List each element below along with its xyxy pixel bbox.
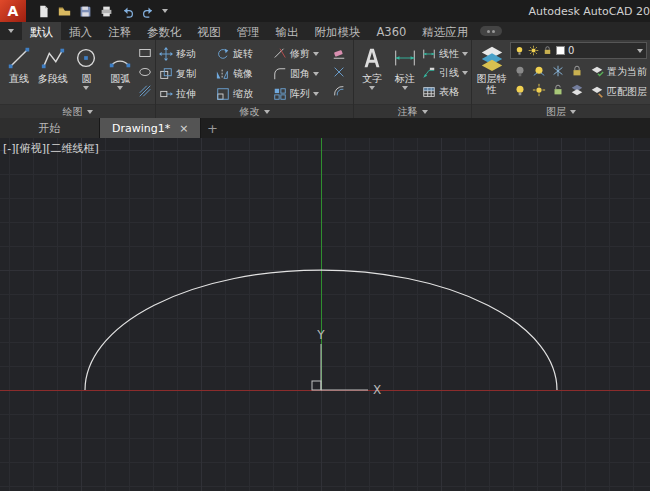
layer-off-button[interactable]: [510, 61, 529, 80]
leader-flyout-caret[interactable]: [462, 71, 468, 75]
layer-fade-button[interactable]: [567, 80, 586, 99]
layer-dropdown-caret[interactable]: [637, 49, 643, 53]
save-icon[interactable]: [78, 4, 93, 19]
panel-title-draw[interactable]: 绘图: [0, 104, 155, 118]
circle-flyout-caret[interactable]: [83, 86, 89, 90]
erase-button[interactable]: [332, 45, 346, 61]
model-space: Y X: [0, 138, 650, 491]
open-folder-icon[interactable]: [57, 4, 72, 19]
dimension-icon: [392, 45, 418, 71]
panel-modify: 移动 旋转 修剪 复制 镜像: [156, 40, 354, 118]
tab-featured-apps[interactable]: 精选应用: [414, 22, 476, 40]
linear-dim-button[interactable]: 线性: [422, 44, 468, 63]
leader-button[interactable]: 引线: [422, 63, 468, 82]
layer-on-button[interactable]: [510, 80, 529, 99]
tab-parametric[interactable]: 参数化: [139, 22, 190, 40]
layer-freeze-button[interactable]: [548, 61, 567, 80]
layer-unlock-button[interactable]: [548, 80, 567, 99]
close-tab-icon[interactable]: ×: [179, 123, 188, 134]
mirror-button[interactable]: 镜像: [216, 64, 273, 83]
copy-button[interactable]: 复制: [159, 64, 216, 83]
layer-color-swatch: [556, 46, 565, 55]
line-button[interactable]: 直线: [3, 42, 35, 104]
bulb-icon: [514, 45, 525, 56]
array-button[interactable]: 阵列: [273, 84, 330, 103]
tab-a360[interactable]: A360: [369, 22, 415, 40]
explode-button[interactable]: [332, 64, 346, 80]
layer-isolate-button[interactable]: [529, 61, 548, 80]
new-file-icon[interactable]: [36, 4, 51, 19]
stretch-button[interactable]: 拉伸: [159, 84, 216, 103]
lock-icon: [542, 45, 553, 56]
autocad-logo[interactable]: A: [0, 0, 26, 22]
offset-button[interactable]: [332, 83, 346, 99]
linear-flyout-caret[interactable]: [462, 52, 468, 56]
table-button[interactable]: 表格: [422, 82, 468, 101]
tab-insert[interactable]: 插入: [61, 22, 100, 40]
rotate-button[interactable]: 旋转: [216, 44, 273, 63]
app-menu-icon[interactable]: [0, 22, 22, 40]
dimension-flyout-caret[interactable]: [402, 86, 408, 90]
ribbon-tab-bar: 默认 插入 注释 参数化 视图 管理 输出 附加模块 A360 精选应用: [0, 22, 650, 40]
text-icon: [359, 45, 385, 71]
circle-button[interactable]: 圆: [71, 42, 103, 104]
infocenter-icon[interactable]: [480, 22, 502, 40]
scale-button[interactable]: 缩放: [216, 84, 273, 103]
current-layer-name: 0: [568, 45, 574, 56]
line-icon: [6, 45, 32, 71]
layer-lock-button[interactable]: [567, 61, 586, 80]
quick-access-toolbar: [36, 4, 168, 19]
arc-flyout-caret[interactable]: [117, 86, 123, 90]
tab-view[interactable]: 视图: [190, 22, 229, 40]
move-button[interactable]: 移动: [159, 44, 216, 63]
array-flyout-caret[interactable]: [313, 92, 319, 96]
sun-icon: [528, 45, 539, 56]
plot-icon[interactable]: [99, 4, 114, 19]
file-tab-drawing1[interactable]: Drawing1* ×: [100, 118, 201, 138]
layer-thaw-button[interactable]: [529, 80, 548, 99]
text-button[interactable]: 文字: [357, 42, 388, 104]
undo-icon[interactable]: [120, 4, 135, 19]
tab-home[interactable]: 默认: [22, 22, 61, 40]
ellipse-button[interactable]: [138, 64, 152, 80]
viewport-controls[interactable]: [-][俯视][二维线框]: [3, 141, 99, 156]
ucs-y-label: Y: [316, 328, 325, 342]
panel-title-annotation[interactable]: 注释: [354, 104, 471, 118]
hatch-button[interactable]: [138, 83, 152, 99]
tab-output[interactable]: 输出: [268, 22, 307, 40]
text-flyout-caret[interactable]: [369, 86, 375, 90]
rectangle-button[interactable]: [138, 45, 152, 61]
arc-icon: [107, 45, 133, 71]
layer-select-dropdown[interactable]: 0: [510, 42, 647, 59]
ribbon: 直线 多段线 圆 圆弧: [0, 40, 650, 118]
dimension-button[interactable]: 标注: [390, 42, 421, 104]
fillet-button[interactable]: 圆角: [273, 64, 330, 83]
match-layer-button[interactable]: 匹配图层: [590, 82, 647, 101]
panel-layers: 图层特性 0: [472, 40, 650, 118]
layer-properties-icon: [479, 45, 505, 71]
workspace-caret-icon[interactable]: [162, 9, 168, 13]
ucs-x-label: X: [373, 383, 381, 397]
new-tab-button[interactable]: +: [201, 118, 223, 138]
polyline-icon: [40, 45, 66, 71]
layer-properties-button[interactable]: 图层特性: [475, 42, 508, 104]
trim-flyout-caret[interactable]: [313, 52, 319, 56]
set-current-button[interactable]: 置为当前: [590, 62, 647, 81]
tab-addins[interactable]: 附加模块: [307, 22, 369, 40]
panel-draw: 直线 多段线 圆 圆弧: [0, 40, 156, 118]
tab-manage[interactable]: 管理: [229, 22, 268, 40]
drawing-area[interactable]: [-][俯视][二维线框] Y X: [0, 138, 650, 491]
redo-icon[interactable]: [141, 4, 156, 19]
arc-button[interactable]: 圆弧: [104, 42, 136, 104]
file-tab-start[interactable]: 开始: [0, 118, 100, 138]
trim-button[interactable]: 修剪: [273, 44, 330, 63]
tab-annotate[interactable]: 注释: [100, 22, 139, 40]
panel-title-layers[interactable]: 图层: [472, 104, 650, 118]
circle-icon: [73, 45, 99, 71]
app-title: Autodesk AutoCAD 20: [528, 5, 650, 18]
file-tab-bar: 开始 Drawing1* × +: [0, 118, 650, 138]
polyline-button[interactable]: 多段线: [37, 42, 69, 104]
panel-title-modify[interactable]: 修改: [156, 104, 353, 118]
fillet-flyout-caret[interactable]: [313, 72, 319, 76]
ucs-icon: Y X: [312, 328, 381, 397]
